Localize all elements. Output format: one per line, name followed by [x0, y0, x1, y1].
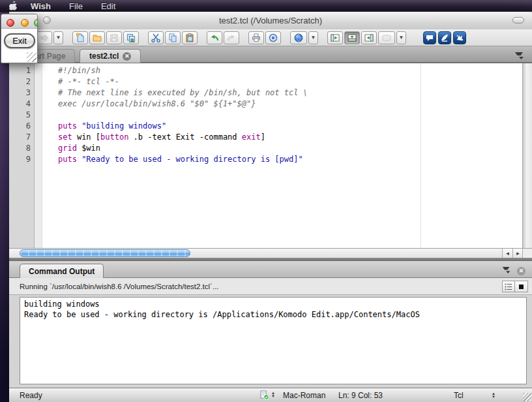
- stop-button[interactable]: [515, 281, 528, 292]
- code-lines: 1#!/bin/sh2# -*- tcl -*-3# The next line…: [9, 65, 532, 165]
- save-all-button[interactable]: [123, 31, 139, 44]
- copy-icon: [168, 33, 178, 43]
- open-file-button[interactable]: [89, 31, 105, 44]
- code-line: 5: [9, 110, 532, 121]
- tab-command-output[interactable]: Command Output: [20, 264, 104, 278]
- toggle-left-pane-button[interactable]: [327, 31, 343, 44]
- paste-button[interactable]: [182, 31, 198, 44]
- sail-icon: [440, 33, 449, 42]
- exit-button[interactable]: Exit: [4, 33, 35, 48]
- code-line: 3# The next line is executed by /bin/sh,…: [9, 87, 532, 99]
- zoom-traffic-light[interactable]: [34, 19, 38, 27]
- paste-icon: [185, 33, 195, 43]
- code-line: 6puts "building windows": [9, 121, 532, 132]
- print-button[interactable]: [248, 31, 264, 44]
- code-text: puts "building windows": [42, 121, 166, 132]
- new-file-button[interactable]: [72, 31, 88, 44]
- menu-item-file[interactable]: File: [69, 1, 83, 11]
- syntax-stepper-icon[interactable]: ▲▼: [271, 392, 275, 398]
- horizontal-scrollbar[interactable]: ◂ ▸: [9, 248, 532, 258]
- code-text: set win [button .b -text Exit -command e…: [42, 132, 265, 143]
- vertical-scrollbar[interactable]: [522, 63, 532, 248]
- undo-button[interactable]: [207, 31, 222, 44]
- fold-cell: [35, 154, 42, 165]
- help-button[interactable]: [265, 31, 281, 44]
- code-line: 7set win [button .b -text Exit -command …: [9, 132, 532, 143]
- fold-cell: [35, 76, 42, 87]
- output-lines[interactable]: building windowsReady to be used - worki…: [20, 297, 527, 384]
- wish-title-bar[interactable]: [1, 14, 37, 29]
- code-line: 1#!/bin/sh: [9, 65, 532, 76]
- desktop: Wish File Edit test2.tcl (/Volumes/Scrat…: [0, 0, 532, 402]
- preview-browser-icon: [293, 33, 304, 43]
- list-view-icon: [505, 283, 512, 290]
- panel-close-icon[interactable]: ✕: [517, 267, 525, 275]
- line-number: 2: [9, 76, 35, 87]
- toggle-output-view-button[interactable]: [502, 281, 515, 292]
- line-number: 5: [9, 110, 35, 121]
- main-toolbar: ▼: [9, 29, 532, 46]
- toggle-bottom-pane-icon: [347, 33, 357, 43]
- open-folder-icon: [92, 33, 102, 43]
- fold-cell: [35, 132, 42, 143]
- code-line: 4exec /usr/local/bin/wish8.6 "$0" ${1+"$…: [9, 99, 532, 110]
- tab-close-icon[interactable]: ✕: [123, 52, 131, 61]
- redo-icon: [226, 33, 237, 43]
- menu-item-edit[interactable]: Edit: [101, 1, 115, 11]
- wish-resize-grip[interactable]: [27, 52, 37, 62]
- run-status-row: Running `/usr/local/bin/wish8.6 /Volumes…: [9, 278, 532, 295]
- tab-test2-tcl[interactable]: test2.tcl ✕: [80, 49, 141, 63]
- code-text: # -*- tcl -*-: [42, 76, 119, 87]
- panel-tab-label: Command Output: [29, 267, 95, 276]
- line-number: 7: [9, 132, 35, 143]
- confetti-button[interactable]: [453, 31, 466, 44]
- encoding-field[interactable]: Mac-Roman: [283, 391, 325, 400]
- scroll-left-button[interactable]: ◂: [502, 249, 512, 258]
- speech-bubble-button[interactable]: [423, 31, 436, 44]
- scroll-right-button[interactable]: ▸: [512, 249, 523, 258]
- minimize-traffic-light[interactable]: [21, 19, 29, 27]
- window-resize-grip[interactable]: [523, 393, 531, 401]
- code-line: 9puts "Ready to be used - working direct…: [9, 154, 532, 165]
- redo-button[interactable]: [224, 31, 239, 44]
- menu-bar: Wish File Edit: [0, 0, 532, 12]
- toolbar-pill-button[interactable]: [512, 17, 524, 23]
- cut-button[interactable]: [148, 31, 164, 44]
- status-message: Ready: [20, 391, 42, 400]
- code-text: exec /usr/local/bin/wish8.6 "$0" ${1+"$@…: [42, 99, 256, 110]
- toggle-right-pane-button[interactable]: [361, 31, 377, 44]
- syntax-check-icon[interactable]: [259, 390, 269, 402]
- dialog-dropdown-button[interactable]: ▼: [396, 31, 406, 44]
- preview-dropdown-button[interactable]: ▼: [308, 31, 318, 44]
- fold-cell: [35, 121, 42, 132]
- show-dialog-button[interactable]: [378, 31, 395, 44]
- toggle-left-pane-icon: [330, 33, 340, 43]
- close-traffic-light[interactable]: [7, 19, 14, 27]
- fold-cell: [35, 99, 42, 110]
- toggle-bottom-pane-button[interactable]: [344, 31, 360, 44]
- title-bar[interactable]: test2.tcl (/Volumes/Scratch): [9, 12, 532, 30]
- help-icon: [268, 33, 278, 43]
- language-field[interactable]: Tcl: [454, 391, 464, 400]
- save-button[interactable]: [106, 31, 122, 44]
- code-editor[interactable]: 1#!/bin/sh2# -*- tcl -*-3# The next line…: [9, 63, 532, 248]
- forward-button[interactable]: [37, 31, 52, 44]
- history-dropdown-button[interactable]: ▼: [53, 31, 63, 44]
- toggle-right-pane-icon: [364, 33, 374, 43]
- panel-tab-list-dropdown-icon[interactable]: [501, 265, 512, 277]
- language-stepper-icon[interactable]: ▲▼: [492, 392, 495, 399]
- undo-icon: [209, 33, 220, 43]
- tab-list-dropdown-icon[interactable]: [514, 51, 525, 63]
- horizontal-scrollbar-thumb[interactable]: [20, 249, 190, 257]
- menu-item-wish[interactable]: Wish: [31, 1, 51, 11]
- line-number: 3: [9, 87, 35, 99]
- preview-in-browser-button[interactable]: [290, 31, 307, 44]
- apple-menu-icon[interactable]: [9, 1, 18, 11]
- line-number: 8: [9, 143, 35, 154]
- copy-button[interactable]: [165, 31, 181, 44]
- code-line: 8grid $win: [9, 143, 532, 154]
- code-line: 2# -*- tcl -*-: [9, 76, 532, 87]
- code-text: # The next line is executed by /bin/sh, …: [42, 87, 308, 99]
- save-all-icon: [126, 33, 136, 43]
- sail-button[interactable]: [438, 31, 451, 44]
